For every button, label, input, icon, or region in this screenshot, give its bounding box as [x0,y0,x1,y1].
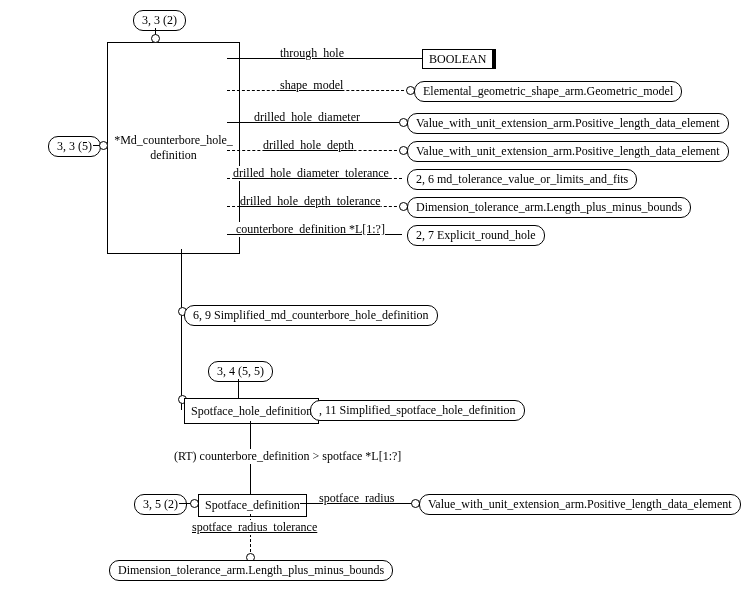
ref-spotface-def: 3, 5 (2) [134,494,187,515]
target-tolerance-value: 2, 6 md_tolerance_value_or_limits_and_fi… [407,169,637,190]
attr-shape-model: shape_model [280,78,343,93]
attr-sf-radius: spotface_radius [319,491,394,506]
ref-spotface-hole: 3, 4 (5, 5) [208,361,273,382]
entity-spotface-def: Spotface_definition [198,494,307,517]
attr-sf-rad-tol: spotface_radius_tolerance [192,520,317,535]
target-positive-length-2: Value_with_unit_extension_arm.Positive_l… [407,141,729,162]
attr-dh-depth-tol: drilled_hole_depth_tolerance [240,194,381,209]
target-positive-length-3: Value_with_unit_extension_arm.Positive_l… [419,494,741,515]
target-geometric-model: Elemental_geometric_shape_arm.Geometric_… [414,81,682,102]
attr-rt-counterbore: (RT) counterbore_definition > spotface *… [174,449,401,464]
target-length-bounds-2: Dimension_tolerance_arm.Length_plus_minu… [109,560,393,581]
attr-dh-diameter: drilled_hole_diameter [254,110,360,125]
attr-dh-diam-tol: drilled_hole_diameter_tolerance [233,166,389,181]
target-boolean: BOOLEAN [422,49,496,69]
target-length-bounds-1: Dimension_tolerance_arm.Length_plus_minu… [407,197,691,218]
ref-top: 3, 3 (2) [133,10,186,31]
conn-top [151,34,160,43]
ref-left: 3, 3 (5) [48,136,101,157]
entity-spotface-hole: Spotface_hole_definition [184,398,319,424]
target-positive-length-1: Value_with_unit_extension_arm.Positive_l… [407,113,729,134]
target-explicit-round-hole: 2, 7 Explicit_round_hole [407,225,545,246]
attr-through-hole: through_hole [280,46,344,61]
target-simplified-sf: , 11 Simplified_spotface_hole_definition [310,400,525,421]
target-simplified-cb: 6, 9 Simplified_md_counterbore_hole_defi… [184,305,438,326]
attr-cb-def: counterbore_definition *L[1:?] [236,222,385,237]
entity-md-counterbore: *Md_counterbore_hole_ definition [107,42,240,254]
conn-left [99,141,108,150]
line-main-down [181,249,182,410]
attr-dh-depth: drilled_hole_depth [263,138,354,153]
